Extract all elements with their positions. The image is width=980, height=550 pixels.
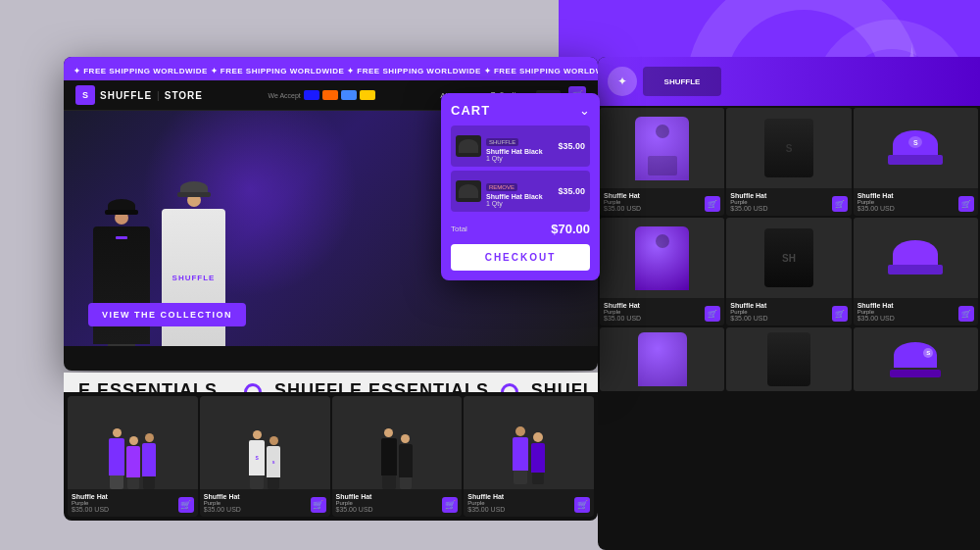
- cart-total-value: $70.00: [551, 222, 590, 236]
- pay-amex: [341, 90, 357, 100]
- product-card-1[interactable]: Shuffle Hat Purple $35.00 USD 🛒: [68, 396, 198, 517]
- cart-close-btn[interactable]: ⌄: [579, 103, 590, 118]
- cart-item2-price: $35.00: [558, 186, 585, 196]
- cart-item1-img: [456, 135, 481, 157]
- rp3-price: $35.00 USD: [858, 205, 895, 212]
- rp2-cart[interactable]: 🛒: [832, 196, 848, 212]
- rp6-cart[interactable]: 🛒: [958, 306, 974, 322]
- cart-item-2: REMOVE Shuffle Hat Black 1 Qty $35.00: [451, 171, 590, 212]
- rp4-price: $35.00 USD: [604, 315, 641, 322]
- rp5-name: Shuffle Hat: [730, 302, 767, 309]
- cart-total-label: Total: [451, 225, 467, 233]
- rp2-price: $35.00 USD: [730, 205, 767, 212]
- cart-item1-badge: SHUFFLE: [486, 138, 518, 146]
- cart-item-1: SHUFFLE Shuffle Hat Black 1 Qty $35.00: [451, 125, 590, 167]
- product4-cart-btn[interactable]: 🛒: [574, 497, 590, 513]
- product3-cart-btn[interactable]: 🛒: [442, 497, 458, 513]
- cart-item1-qty: 1 Qty: [486, 155, 553, 162]
- logo-shuffle: SHUFFLE: [100, 90, 152, 101]
- checkout-button[interactable]: CHECKOUT: [451, 244, 590, 271]
- payment-methods: We Accept: [268, 90, 374, 100]
- store-logo: S SHUFFLE | STORE: [75, 85, 203, 105]
- right-product-grid: Shuffle Hat Purple $35.00 USD 🛒 S Shuffl…: [598, 106, 980, 393]
- rp-card-9[interactable]: S: [854, 327, 978, 391]
- cart-item1-name: Shuffle Hat Black: [486, 148, 553, 155]
- cart-item2-name: Shuffle Hat Black: [486, 193, 553, 200]
- payment-label: We Accept: [268, 92, 300, 99]
- rp4-cart[interactable]: 🛒: [705, 306, 720, 322]
- cart-item2-img: [456, 180, 481, 202]
- logo-icon: S: [75, 85, 95, 105]
- product1-cart-btn[interactable]: 🛒: [178, 497, 194, 513]
- rp1-cart[interactable]: 🛒: [705, 196, 720, 212]
- shipping-banner: ✦ FREE SHIPPING WORLDWIDE ✦ FREE SHIPPIN…: [64, 57, 598, 80]
- logo-store-label: STORE: [165, 90, 203, 101]
- rp-card-8[interactable]: [726, 327, 851, 391]
- product4-name: Shuffle Hat: [467, 493, 505, 500]
- hero-cta-button[interactable]: VIEW THE COLLECTION: [88, 303, 246, 326]
- cart-header: CART ⌄: [451, 103, 590, 118]
- product-card-3[interactable]: Shuffle Hat Purple $35.00 USD 🛒: [332, 396, 463, 517]
- shipping-text: ✦ FREE SHIPPING WORLDWIDE ✦ FREE SHIPPIN…: [64, 67, 598, 75]
- logo-divider: |: [157, 90, 160, 101]
- cart-item2-qty: 1 Qty: [486, 200, 553, 207]
- rp-card-3[interactable]: S Shuffle Hat Purple $35.00 USD 🛒: [854, 108, 978, 216]
- cart-panel: CART ⌄ SHUFFLE Shuffle Hat Black 1 Qty $…: [441, 93, 600, 280]
- rp4-name: Shuffle Hat: [604, 302, 641, 309]
- product1-name: Shuffle Hat: [72, 493, 109, 500]
- rp-card-7[interactable]: [600, 327, 724, 391]
- product1-price: $35.00 USD: [72, 506, 109, 513]
- rp-card-4[interactable]: Shuffle Hat Purple $35.00 USD 🛒: [600, 218, 724, 325]
- pay-mc: [322, 90, 338, 100]
- right-panel: ✦ SHUFFLE Shuffle Hat Purple $35.00 USD: [598, 57, 980, 550]
- product-card-2[interactable]: S S Shuffle Hat Purple $35.00 USD: [200, 396, 330, 517]
- product2-name: Shuffle Hat: [204, 493, 241, 500]
- cart-item1-price: $35.00: [558, 141, 585, 151]
- rp1-price: $35.00 USD: [604, 205, 641, 212]
- cart-total: Total $70.00: [451, 218, 590, 244]
- rp6-name: Shuffle Hat: [858, 302, 895, 309]
- rp5-price: $35.00 USD: [730, 315, 767, 322]
- rp-card-6[interactable]: Shuffle Hat Purple $35.00 USD 🛒: [854, 218, 978, 325]
- product4-price: $35.00 USD: [467, 506, 505, 513]
- product2-price: $35.00 USD: [204, 506, 241, 513]
- pay-paypal: [360, 90, 375, 100]
- product3-name: Shuffle Hat: [336, 493, 373, 500]
- product2-cart-btn[interactable]: 🛒: [311, 497, 326, 513]
- pay-visa: [304, 90, 319, 100]
- rp6-price: $35.00 USD: [858, 315, 895, 322]
- cart-item2-badge: REMOVE: [486, 183, 517, 191]
- product-card-4[interactable]: Shuffle Hat Purple $35.00 USD 🛒: [464, 396, 594, 517]
- product3-price: $35.00 USD: [336, 506, 373, 513]
- rp2-name: Shuffle Hat: [730, 192, 767, 199]
- cart-title: CART: [451, 103, 490, 118]
- rp-card-1[interactable]: Shuffle Hat Purple $35.00 USD 🛒: [600, 108, 724, 216]
- rp3-cart[interactable]: 🛒: [958, 196, 974, 212]
- bottom-product-row: Shuffle Hat Purple $35.00 USD 🛒 S: [64, 392, 598, 521]
- rp-card-2[interactable]: S Shuffle Hat Purple $35.00 USD 🛒: [726, 108, 851, 216]
- rp1-name: Shuffle Hat: [604, 192, 641, 199]
- rp5-cart[interactable]: 🛒: [832, 306, 848, 322]
- rp3-name: Shuffle Hat: [858, 192, 895, 199]
- rp-card-5[interactable]: SH Shuffle Hat Purple $35.00 USD 🛒: [726, 218, 851, 325]
